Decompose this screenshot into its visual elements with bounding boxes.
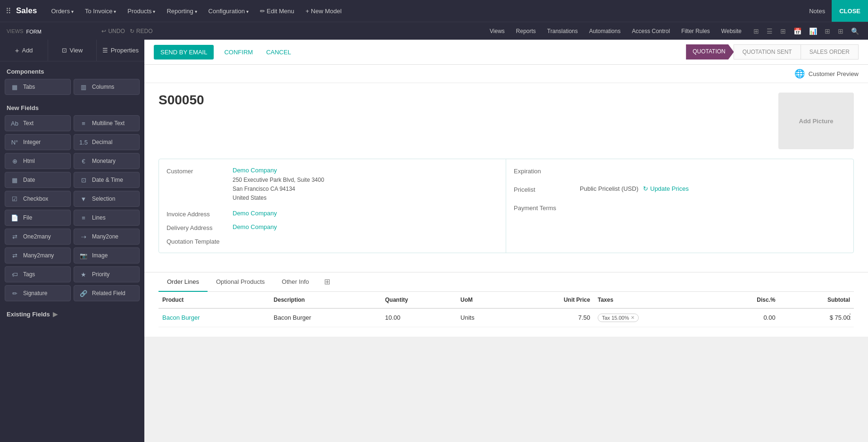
redo-button[interactable]: ↻ REDO <box>130 28 153 34</box>
field-checkbox[interactable]: ☑ Checkbox <box>5 191 71 207</box>
tabs-icon: ▦ <box>10 83 19 91</box>
search-icon[interactable]: 🔍 <box>849 26 861 36</box>
properties-button[interactable]: ☰ Properties <box>97 40 144 61</box>
list-view-icon[interactable]: ☰ <box>764 26 775 36</box>
nav-products[interactable]: Products <box>123 5 160 17</box>
pricelist-value-group: Public Pricelist (USD) ↻ Update Prices <box>580 185 689 192</box>
view-icon-small: ⊡ <box>62 47 67 54</box>
top-nav: ⠿ Sales Orders To Invoice Products Repor… <box>0 0 868 22</box>
field-datetime[interactable]: ⊡ Date & Time <box>74 172 140 188</box>
delivery-address-value[interactable]: Demo Company <box>233 223 277 230</box>
field-html[interactable]: ⊕ Html <box>5 153 71 169</box>
customer-label: Customer <box>167 167 233 175</box>
nav-to-invoice[interactable]: To Invoice <box>80 5 121 17</box>
close-button[interactable]: CLOSE <box>832 0 868 22</box>
pivot-view-icon[interactable]: ⊞ <box>822 26 833 36</box>
many2one-icon: ⇢ <box>79 233 88 240</box>
columns-component[interactable]: ▥ Columns <box>74 79 140 95</box>
cancel-button[interactable]: CANCEL <box>263 47 294 58</box>
add-tab-button[interactable]: ⊞ <box>317 273 337 290</box>
secondary-nav-items: Views Reports Translations Automations A… <box>485 26 746 36</box>
components-title: Components <box>0 61 144 79</box>
send-by-email-button[interactable]: SEND BY EMAIL <box>154 45 214 60</box>
field-text[interactable]: Ab Text <box>5 115 71 131</box>
related-icon: 🔗 <box>79 289 88 297</box>
delivery-address-label: Delivery Address <box>167 223 233 231</box>
new-model-button[interactable]: New Model <box>301 5 346 17</box>
add-button[interactable]: + Add <box>0 40 48 61</box>
notes-button[interactable]: Notes <box>802 5 832 17</box>
confirm-button[interactable]: CONFIRM <box>221 47 256 58</box>
tab-other-info[interactable]: Other Info <box>273 272 317 292</box>
cell-product[interactable]: Bacon Burger <box>159 308 270 327</box>
nav-filter-rules[interactable]: Filter Rules <box>676 26 715 36</box>
field-image[interactable]: 📷 Image <box>74 247 140 264</box>
tax-badge: Tax 15.00% ✕ <box>598 314 639 322</box>
activity-view-icon[interactable]: ⊞ <box>835 26 846 36</box>
one2many-icon: ⇄ <box>10 233 19 240</box>
update-prices-button[interactable]: ↻ Update Prices <box>643 185 689 192</box>
field-signature[interactable]: ✏ Signature <box>5 285 71 301</box>
edit-menu-button[interactable]: Edit Menu <box>255 5 299 17</box>
properties-icon: ☰ <box>102 47 108 54</box>
field-many2many[interactable]: ⇄ Many2many <box>5 247 71 264</box>
grid-view-icon[interactable]: ⊞ <box>778 26 788 36</box>
field-decimal[interactable]: 1.5 Decimal <box>74 134 140 150</box>
tab-optional-products[interactable]: Optional Products <box>208 272 273 292</box>
nav-automations[interactable]: Automations <box>584 26 626 36</box>
field-monetary[interactable]: € Monetary <box>74 153 140 169</box>
field-lines[interactable]: ≡ Lines <box>74 210 140 226</box>
checkbox-icon: ☑ <box>10 195 19 203</box>
tab-order-lines[interactable]: Order Lines <box>159 272 208 292</box>
calendar-view-icon[interactable]: 📅 <box>791 26 804 36</box>
pricelist-value[interactable]: Public Pricelist (USD) <box>580 185 638 192</box>
nav-configuration[interactable]: Configuration <box>204 5 253 17</box>
date-icon: ▦ <box>10 176 19 184</box>
nav-translations[interactable]: Translations <box>542 26 583 36</box>
columns-icon: ▥ <box>79 83 88 91</box>
status-quotation[interactable]: QUOTATION <box>686 44 734 60</box>
kanban-view-icon[interactable]: ⊞ <box>751 26 761 36</box>
tabs-component[interactable]: ▦ Tabs <box>5 79 71 95</box>
chart-view-icon[interactable]: 📊 <box>807 26 819 36</box>
status-bar: QUOTATION QUOTATION SENT SALES ORDER <box>686 44 859 60</box>
selection-icon: ▼ <box>79 195 88 203</box>
field-priority[interactable]: ★ Priority <box>74 266 140 282</box>
main-layout: + Add ⊡ View ☰ Properties Components ▦ T… <box>0 40 868 442</box>
view-button[interactable]: ⊡ View <box>48 40 96 61</box>
field-file[interactable]: 📄 File <box>5 210 71 226</box>
existing-fields-toggle[interactable]: Existing Fields ▶ <box>0 304 144 322</box>
form-body: S00050 Add Picture Customer Demo Company… <box>144 83 868 272</box>
field-integer[interactable]: N° Integer <box>5 134 71 150</box>
field-one2many[interactable]: ⇄ One2many <box>5 229 71 245</box>
decimal-icon: 1.5 <box>79 138 88 146</box>
field-many2one[interactable]: ⇢ Many2one <box>74 229 140 245</box>
priority-icon: ★ <box>79 271 88 278</box>
remove-tax-icon[interactable]: ✕ <box>631 315 634 320</box>
app-name[interactable]: Sales <box>16 6 37 16</box>
field-related[interactable]: 🔗 Related Field <box>74 285 140 301</box>
field-multiline-text[interactable]: ≡ Multiline Text <box>74 115 140 131</box>
grid-icon[interactable]: ⠿ <box>6 7 11 16</box>
status-quotation-sent[interactable]: QUOTATION SENT <box>734 44 801 60</box>
field-selection[interactable]: ▼ Selection <box>74 191 140 207</box>
invoice-address-value[interactable]: Demo Company <box>233 210 277 217</box>
add-picture-button[interactable]: Add Picture <box>778 93 854 149</box>
payment-terms-label: Payment Terms <box>514 204 580 212</box>
nav-orders[interactable]: Orders <box>46 5 78 17</box>
field-tags[interactable]: 🏷 Tags <box>5 266 71 282</box>
customer-preview-text[interactable]: Customer Preview <box>809 70 859 77</box>
undo-button[interactable]: ↩ UNDO <box>101 28 125 34</box>
nav-website[interactable]: Website <box>717 26 746 36</box>
nav-views[interactable]: Views <box>485 26 509 36</box>
status-sales-order[interactable]: SALES ORDER <box>801 44 859 60</box>
field-date[interactable]: ▦ Date <box>5 172 71 188</box>
nav-access-control[interactable]: Access Control <box>627 26 675 36</box>
nav-reports[interactable]: Reports <box>511 26 541 36</box>
col-product: Product <box>159 292 270 308</box>
customer-name[interactable]: Demo Company <box>233 167 324 174</box>
order-lines-table: Product Description Quantity UoM Unit Pr… <box>159 292 854 327</box>
cell-subtotal: $ 75.00 <box>779 308 854 327</box>
col-uom: UoM <box>457 292 510 308</box>
nav-reporting[interactable]: Reporting <box>162 5 201 17</box>
